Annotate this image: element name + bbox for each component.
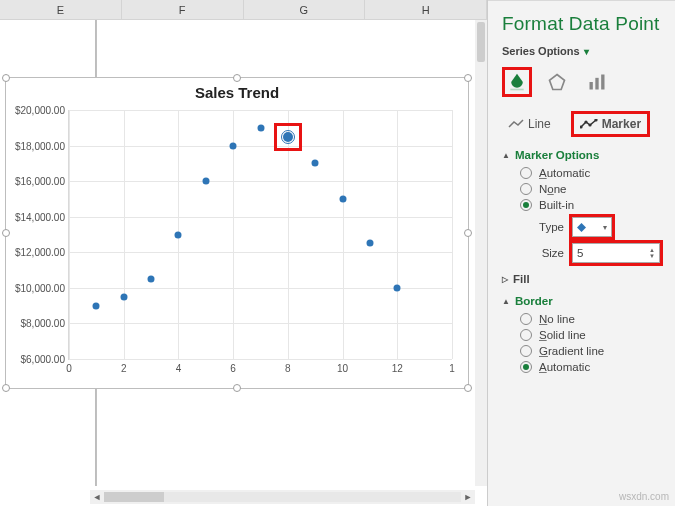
y-tick-label: $14,000.00 — [15, 211, 69, 222]
vertical-scrollbar[interactable] — [475, 20, 487, 486]
x-tick-label: 10 — [337, 359, 348, 374]
type-label: Type — [532, 221, 564, 233]
diamond-icon — [577, 223, 586, 232]
chevron-down-icon: ▾ — [584, 46, 589, 57]
radio-builtin-label: Built-in — [539, 199, 574, 211]
marker-options-header[interactable]: ▲ Marker Options — [502, 149, 661, 161]
fill-header[interactable]: ▷ Fill — [502, 273, 661, 285]
y-tick-label: $8,000.00 — [21, 318, 70, 329]
svg-rect-4 — [601, 75, 604, 90]
border-header[interactable]: ▲ Border — [502, 295, 661, 307]
data-point[interactable] — [202, 178, 209, 185]
size-label: Size — [532, 247, 564, 259]
resize-handle[interactable] — [2, 229, 10, 237]
plot-area[interactable]: $6,000.00$8,000.00$10,000.00$12,000.00$1… — [68, 110, 452, 360]
radio-no-line[interactable]: No line — [520, 313, 661, 325]
series-options-icon[interactable] — [582, 67, 612, 97]
svg-rect-2 — [590, 82, 593, 90]
svg-rect-3 — [595, 78, 598, 90]
x-tick-label: 2 — [121, 359, 127, 374]
y-tick-label: $6,000.00 — [21, 354, 70, 365]
pane-title: Format Data Point — [502, 13, 661, 35]
chart-object[interactable]: Sales Trend $6,000.00$8,000.00$10,000.00… — [6, 78, 468, 388]
marker-options-label: Marker Options — [515, 149, 599, 161]
column-header[interactable]: F — [122, 0, 244, 19]
radio-solid-line[interactable]: Solid line — [520, 329, 661, 341]
data-point[interactable] — [394, 284, 401, 291]
fill-label: Fill — [513, 273, 530, 285]
series-options-label: Series Options — [502, 45, 580, 57]
spinner-icon[interactable]: ▲▼ — [649, 247, 655, 259]
marker-icon — [580, 119, 598, 129]
svg-point-7 — [588, 123, 591, 126]
line-marker-tabs: Line Marker — [502, 111, 661, 137]
data-point[interactable] — [120, 293, 127, 300]
svg-rect-0 — [510, 89, 523, 91]
triangle-down-icon: ▲ — [502, 151, 510, 160]
svg-marker-9 — [577, 223, 586, 232]
y-tick-label: $20,000.00 — [15, 105, 69, 116]
data-point[interactable] — [339, 195, 346, 202]
data-point[interactable] — [366, 240, 373, 247]
x-tick-label: 8 — [285, 359, 291, 374]
x-tick-label: 12 — [392, 359, 403, 374]
border-label: Border — [515, 295, 553, 307]
resize-handle[interactable] — [464, 229, 472, 237]
data-point[interactable] — [312, 160, 319, 167]
scroll-left-icon[interactable]: ◄ — [90, 490, 104, 504]
format-pane: Format Data Point Series Options ▾ Line … — [488, 0, 675, 506]
triangle-right-icon: ▷ — [502, 275, 508, 284]
data-point[interactable] — [257, 124, 264, 131]
marker-size-input[interactable]: 5 ▲▼ — [572, 243, 660, 263]
x-tick-label: 6 — [230, 359, 236, 374]
effects-icon[interactable] — [542, 67, 572, 97]
x-tick-label: 0 — [66, 359, 72, 374]
radio-none[interactable]: None — [520, 183, 661, 195]
fill-line-icon[interactable] — [502, 67, 532, 97]
series-options-dropdown[interactable]: Series Options ▾ — [502, 45, 661, 57]
size-value: 5 — [577, 247, 583, 259]
tab-line-label: Line — [528, 117, 551, 131]
data-point[interactable] — [283, 132, 293, 142]
data-point[interactable] — [148, 275, 155, 282]
resize-handle[interactable] — [2, 384, 10, 392]
y-tick-label: $12,000.00 — [15, 247, 69, 258]
resize-handle[interactable] — [2, 74, 10, 82]
data-point[interactable] — [175, 231, 182, 238]
resize-handle[interactable] — [233, 74, 241, 82]
y-tick-label: $16,000.00 — [15, 176, 69, 187]
column-header[interactable]: H — [365, 0, 487, 19]
category-icons — [502, 67, 661, 97]
y-tick-label: $10,000.00 — [15, 282, 69, 293]
watermark: wsxdn.com — [619, 491, 669, 502]
chart-title[interactable]: Sales Trend — [6, 84, 468, 101]
resize-handle[interactable] — [464, 74, 472, 82]
chevron-down-icon: ▾ — [603, 223, 607, 232]
spreadsheet-area: E F G H Sales Trend $6,000.00$8,000.00$1… — [0, 0, 488, 506]
resize-handle[interactable] — [233, 384, 241, 392]
radio-automatic[interactable]: Automatic — [520, 167, 661, 179]
radio-automatic-rest: utomatic — [547, 167, 590, 179]
svg-marker-1 — [550, 75, 565, 90]
resize-handle[interactable] — [464, 384, 472, 392]
x-tick-label: 4 — [176, 359, 182, 374]
y-tick-label: $18,000.00 — [15, 140, 69, 151]
column-header[interactable]: G — [244, 0, 366, 19]
radio-gradient-line[interactable]: Gradient line — [520, 345, 661, 357]
tab-marker[interactable]: Marker — [571, 111, 650, 137]
horizontal-scrollbar[interactable]: ◄ ► — [90, 490, 475, 504]
radio-automatic-key: A — [539, 167, 547, 179]
radio-border-automatic[interactable]: Automatic — [520, 361, 661, 373]
radio-builtin[interactable]: Built-in — [520, 199, 661, 211]
scroll-right-icon[interactable]: ► — [461, 490, 475, 504]
line-icon — [508, 119, 524, 129]
tab-marker-label: Marker — [602, 117, 641, 131]
data-point[interactable] — [93, 302, 100, 309]
column-headers: E F G H — [0, 0, 487, 20]
svg-point-6 — [584, 120, 587, 123]
data-point[interactable] — [230, 142, 237, 149]
tab-line[interactable]: Line — [502, 114, 557, 134]
triangle-down-icon: ▲ — [502, 297, 510, 306]
marker-type-combo[interactable]: ▾ — [572, 217, 612, 237]
column-header[interactable]: E — [0, 0, 122, 19]
